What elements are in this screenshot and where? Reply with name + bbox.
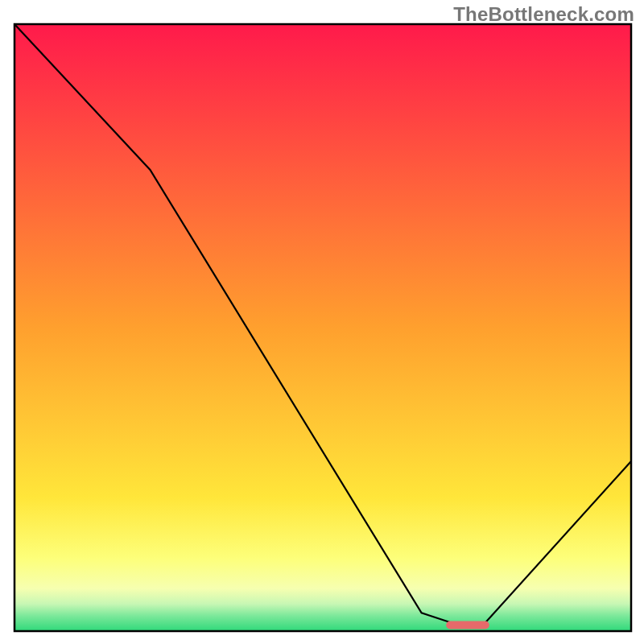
watermark-text: TheBottleneck.com — [453, 3, 634, 26]
bottleneck-chart: TheBottleneck.com — [0, 0, 644, 644]
optimal-marker — [446, 621, 489, 630]
plot-background — [14, 24, 631, 631]
chart-svg — [0, 0, 644, 644]
